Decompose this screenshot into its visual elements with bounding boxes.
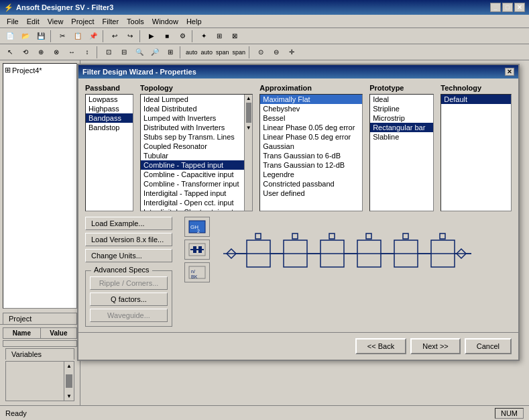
approx-list[interactable]: Maximally Flat Chebyshev Bessel Linear P… [259,94,363,211]
svg-rect-31 [403,233,408,239]
topo-tubular[interactable]: Tubular [141,151,252,160]
topo-ideal-dist[interactable]: Ideal Distributed [141,104,252,113]
change-units-button[interactable]: Change Units... [85,249,172,262]
prototype-header: Prototype [369,84,434,92]
svg-rect-30 [366,233,371,239]
svg-text:n/: n/ [191,269,195,274]
approx-cheby[interactable]: Chebyshev [260,104,362,113]
topology-column: Topology Ideal Lumped Ideal Distributed … [140,84,253,211]
svg-rect-29 [329,233,335,239]
technology-list[interactable]: Default [440,94,512,211]
topo-combline-cap[interactable]: Combline - Capacitive input [141,170,252,179]
approx-max-flat[interactable]: Maximally Flat [260,95,362,104]
tech-default[interactable]: Default [441,95,511,104]
topo-dist-inv[interactable]: Distributed with Inverters [141,123,252,132]
proto-ideal[interactable]: Ideal [370,95,433,104]
svg-rect-27 [255,233,261,239]
icon-btn-2[interactable] [184,240,210,260]
svg-rect-32 [440,233,445,239]
topology-header: Topology [140,84,253,92]
svg-text:2: 2 [197,229,200,233]
proto-rect-bar[interactable]: Rectangular bar [370,123,433,132]
topo-interdig-short[interactable]: Interdigital - Short cct. input [141,207,252,211]
approximation-column: Approximation Maximally Flat Chebyshev B… [259,84,363,211]
load-example-button[interactable]: Load Example... [85,217,172,230]
next-button[interactable]: Next >> [410,338,461,354]
topology-scrollbar[interactable]: ▲ ▼ [244,95,252,211]
approx-constricted[interactable]: Constricted passband [260,179,362,189]
circuit-preview-area [217,217,512,291]
svg-text:BK: BK [191,274,198,279]
modal-title: Filter Design Wizard - Properties [82,68,196,76]
modal-overlay: Filter Design Wizard - Properties ✕ Pass… [0,0,529,420]
waveguide-button[interactable]: Waveguide... [90,309,168,322]
technology-header: Technology [440,84,512,92]
icon-btn-1[interactable]: GH 2 [184,217,210,237]
passband-highpass[interactable]: Highpass [86,104,133,113]
load-version-button[interactable]: Load Version 8.x file... [85,233,172,246]
icon-buttons: GH 2 [184,217,210,327]
passband-header: Passband [85,84,133,92]
topo-coupled-res[interactable]: Coupled Resonator [141,142,252,151]
topo-combline-tapped[interactable]: Combline - Tapped input [141,160,252,170]
modal-title-bar: Filter Design Wizard - Properties ✕ [78,65,518,78]
advanced-specs-group: Advanced Specs Ripple / Corners... Q fac… [85,270,172,327]
approx-trans-gauss6[interactable]: Trans Gaussian to 6-dB [260,151,362,160]
technology-column: Technology Default [440,84,512,211]
proto-microstrip[interactable]: Microstrip [370,113,433,123]
approx-bessel[interactable]: Bessel [260,113,362,123]
approx-legendre[interactable]: Legendre [260,170,362,179]
approx-user[interactable]: User defined [260,189,362,198]
passband-lowpass[interactable]: Lowpass [86,95,133,104]
approx-linear05[interactable]: Linear Phase 0.05 deg error [260,123,362,132]
svg-rect-5 [193,246,196,253]
bottom-section: Load Example... Load Version 8.x file...… [85,217,512,327]
modal-close-button[interactable]: ✕ [505,68,514,76]
cancel-button[interactable]: Cancel [465,338,512,354]
svg-rect-28 [292,233,298,239]
topo-stubs[interactable]: Stubs sep by Transm. Lines [141,132,252,142]
approx-trans-gauss12[interactable]: Trans Gaussian to 12-dB [260,160,362,170]
nav-buttons: << Back Next >> Cancel [78,332,518,360]
proto-stripline[interactable]: Stripline [370,104,433,113]
icon-btn-3[interactable]: n/ BK [184,262,210,282]
passband-column: Passband Lowpass Highpass Bandpass Bands… [85,84,133,211]
svg-rect-6 [198,246,202,253]
circuit-svg [217,217,478,291]
modal-columns: Passband Lowpass Highpass Bandpass Bands… [85,84,512,211]
passband-bandstop[interactable]: Bandstop [86,123,133,132]
approx-header: Approximation [259,84,363,92]
approx-linear5[interactable]: Linear Phase 0.5 deg error [260,132,362,142]
proto-slabline[interactable]: Slabline [370,132,433,142]
topo-combline-trans[interactable]: Combline - Transformer input [141,179,252,189]
filter-design-wizard: Filter Design Wizard - Properties ✕ Pass… [77,64,520,361]
scroll-indicator [246,103,251,123]
topo-lumped-inv[interactable]: Lumped with Inverters [141,113,252,123]
prototype-list[interactable]: Ideal Stripline Microstrip Rectangular b… [369,94,434,211]
topo-interdig-open[interactable]: Interdigital - Open cct. input [141,198,252,207]
scroll-up-arrow[interactable]: ▲ [245,95,252,101]
passband-bandpass[interactable]: Bandpass [86,113,133,123]
back-button[interactable]: << Back [355,338,406,354]
ripple-corners-button[interactable]: Ripple / Corners... [90,276,168,290]
left-buttons: Load Example... Load Version 8.x file...… [85,217,172,327]
topo-interdig-tapped[interactable]: Interdigital - Tapped input [141,189,252,198]
topology-list[interactable]: Ideal Lumped Ideal Distributed Lumped wi… [140,94,253,211]
prototype-column: Prototype Ideal Stripline Microstrip Rec… [369,84,434,211]
modal-body: Passband Lowpass Highpass Bandpass Bands… [78,78,518,332]
q-factors-button[interactable]: Q factors... [90,293,168,306]
passband-list[interactable]: Lowpass Highpass Bandpass Bandstop [85,94,133,211]
topo-ideal-lumped[interactable]: Ideal Lumped [141,95,252,104]
advanced-specs-legend: Advanced Specs [91,266,152,274]
scroll-down-arrow[interactable]: ▼ [245,124,252,131]
approx-gaussian[interactable]: Gaussian [260,142,362,151]
